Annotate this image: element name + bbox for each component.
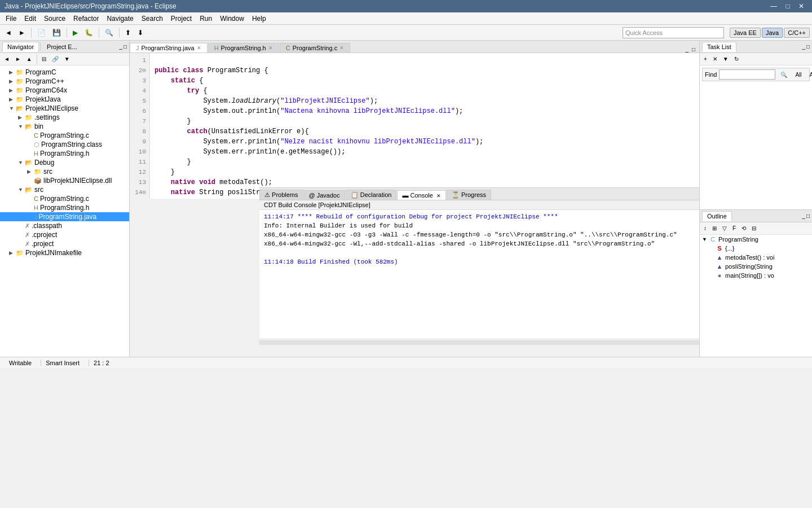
tree-item-src-programstringc[interactable]: C ProgramString.c xyxy=(0,194,129,203)
menu-search[interactable]: Search xyxy=(138,14,166,24)
console-scrollbar[interactable] xyxy=(259,339,699,345)
tb-run[interactable]: ▶ xyxy=(70,27,81,38)
tree-item-bin[interactable]: ▼ 📂 bin xyxy=(0,122,129,131)
task-refresh[interactable]: ↻ xyxy=(731,54,742,64)
find-active-btn[interactable]: Activ... xyxy=(807,70,812,80)
outline-collapse[interactable]: ⊟ xyxy=(749,224,759,233)
task-list-minimize[interactable]: _ xyxy=(802,43,805,50)
tb-search[interactable]: 🔍 xyxy=(102,27,116,38)
find-search-btn[interactable]: 🔍 xyxy=(778,70,790,80)
navigator-tab[interactable]: Navigator xyxy=(2,42,39,52)
editor-tab-h-close[interactable]: ✕ xyxy=(268,45,273,51)
tree-item-settings[interactable]: ▶ 📁 .settings xyxy=(0,113,129,122)
menu-window[interactable]: Window xyxy=(217,14,248,24)
editor-tab-c[interactable]: C ProgramString.c ✕ xyxy=(280,43,350,52)
tb-debug[interactable]: 🐛 xyxy=(82,27,96,38)
close-button[interactable]: ✕ xyxy=(795,2,807,10)
outline-static-block[interactable]: S {...} xyxy=(700,244,812,253)
find-input[interactable] xyxy=(719,69,775,80)
outline-hide-fields[interactable]: F xyxy=(730,224,739,233)
perspective-java[interactable]: Java xyxy=(762,28,783,38)
bottom-tab-javadoc[interactable]: @ Javadoc xyxy=(304,190,345,200)
tree-item-bin-programstringh[interactable]: H ProgramString.h xyxy=(0,149,129,158)
perspective-cpp[interactable]: C/C++ xyxy=(784,28,810,38)
menu-project[interactable]: Project xyxy=(167,14,195,24)
bottom-tab-console[interactable]: ▬ Console ✕ xyxy=(397,190,445,200)
outline-programstring[interactable]: ▼ C ProgramString xyxy=(700,235,812,244)
tb-back[interactable]: ◄ xyxy=(2,27,15,38)
outline-tab[interactable]: Outline xyxy=(702,211,732,221)
menu-edit[interactable]: Edit xyxy=(21,14,39,24)
minimize-button[interactable]: — xyxy=(767,2,780,10)
editor-maximize[interactable]: □ xyxy=(690,46,697,52)
forward-btn[interactable]: ► xyxy=(12,54,24,64)
menu-file[interactable]: File xyxy=(2,14,20,24)
tree-item-projektjava[interactable]: ▶ 📁 ProjektJava xyxy=(0,95,129,104)
editor-tab-c-close[interactable]: ✕ xyxy=(339,45,344,51)
tree-item-bin-programstringclass[interactable]: ⬡ ProgramString.class xyxy=(0,140,129,149)
quick-access-box[interactable]: Quick Access xyxy=(623,27,724,38)
outline-maximize[interactable]: □ xyxy=(806,213,810,219)
menu-refactor[interactable]: Refactor xyxy=(70,14,102,24)
tree-item-bin-programstringc[interactable]: C ProgramString.c xyxy=(0,131,129,140)
tree-item-project[interactable]: ✗ .project xyxy=(0,239,129,248)
menu-help[interactable]: Help xyxy=(249,14,270,24)
tree-item-projektjnimakefile[interactable]: ▶ 📁 ProjektJNImakefile xyxy=(0,248,129,257)
outline-filter[interactable]: ▽ xyxy=(720,224,730,233)
task-options[interactable]: ▼ xyxy=(720,54,731,64)
tb-next-annotation[interactable]: ⬇ xyxy=(135,27,146,38)
tb-new[interactable]: 📄 xyxy=(34,27,48,38)
menu-source[interactable]: Source xyxy=(41,14,69,24)
tree-item-debug[interactable]: ▼ 📂 Debug xyxy=(0,158,129,167)
tree-item-src[interactable]: ▼ 📂 src xyxy=(0,185,129,194)
editor-tab-java[interactable]: J ProgramString.java ✕ xyxy=(130,43,208,52)
back-btn[interactable]: ◄ xyxy=(1,54,12,64)
editor-minimize[interactable]: _ xyxy=(683,46,690,52)
tree-item-programc64x[interactable]: ▶ 📁 ProgramC64x xyxy=(0,86,129,95)
tree-item-programc[interactable]: ▶ 📁 ProgramC xyxy=(0,68,129,77)
collapse-btn[interactable]: ⊟ xyxy=(39,54,49,64)
tree-item-projektjnieclipse[interactable]: ▼ 📂 ProjektJNIEclipse xyxy=(0,104,129,113)
menu-run[interactable]: Run xyxy=(196,14,215,24)
editor-tab-h[interactable]: H ProgramString.h ✕ xyxy=(208,43,279,52)
outline-metodatest[interactable]: ▲ metodaTest() : voi xyxy=(700,253,812,262)
tree-item-classpath[interactable]: ✗ .classpath xyxy=(0,221,129,230)
perspective-javaee[interactable]: Java EE xyxy=(730,28,761,38)
up-btn[interactable]: ▲ xyxy=(24,54,35,64)
outline-poslistring[interactable]: ▲ posliString(String xyxy=(700,262,812,271)
tree-item-dll[interactable]: 📦 libProjektJNIEclipse.dll xyxy=(0,176,129,185)
console-tab-close[interactable]: ✕ xyxy=(436,193,441,199)
find-all-btn[interactable]: All xyxy=(792,70,804,80)
tb-prev-annotation[interactable]: ⬆ xyxy=(122,27,134,38)
code-content[interactable]: public class ProgramString { static { tr… xyxy=(150,53,699,199)
menu-navigate[interactable]: Navigate xyxy=(103,14,136,24)
outline-main[interactable]: ● main(String[]) : vo xyxy=(700,271,812,280)
task-delete[interactable]: ✕ xyxy=(710,54,720,64)
tree-item-cproject[interactable]: ✗ .cproject xyxy=(0,230,129,239)
link-btn[interactable]: 🔗 xyxy=(49,54,61,64)
bottom-tab-declaration[interactable]: 📋 Declaration xyxy=(346,190,397,200)
task-list-tab[interactable]: Task List xyxy=(702,42,736,52)
tb-save[interactable]: 💾 xyxy=(50,27,64,38)
tb-forward[interactable]: ► xyxy=(16,27,28,38)
maximize-button[interactable]: □ xyxy=(782,2,793,10)
menu-btn[interactable]: ▼ xyxy=(61,54,73,64)
left-panel-minimize[interactable]: _ xyxy=(119,43,122,50)
project-explorer-tab[interactable]: Project E... xyxy=(42,42,82,52)
outline-sort[interactable]: ↕ xyxy=(701,224,709,233)
tree-item-src-programstringh[interactable]: H ProgramString.h xyxy=(0,203,129,212)
editor-tab-java-close[interactable]: ✕ xyxy=(197,45,201,51)
outline-sync[interactable]: ⟲ xyxy=(739,224,749,233)
left-panel-maximize[interactable]: □ xyxy=(123,43,127,50)
file-x-icon: ✗ xyxy=(25,222,30,230)
bottom-tab-problems[interactable]: ⚠ Problems xyxy=(259,190,303,200)
left-panel: Navigator Project E... _ □ ◄ ► ▲ ⊟ 🔗 ▼ ▶… xyxy=(0,41,130,357)
tree-item-debug-src[interactable]: ▶ 📁 src xyxy=(0,167,129,176)
tree-item-src-programstringjava[interactable]: J ProgramString.java xyxy=(0,212,129,221)
outline-minimize[interactable]: _ xyxy=(802,213,805,219)
bottom-tab-progress[interactable]: ⏳ Progress xyxy=(447,190,491,200)
task-list-maximize[interactable]: □ xyxy=(806,43,810,50)
outline-group[interactable]: ⊞ xyxy=(709,224,720,233)
task-new[interactable]: + xyxy=(701,54,710,64)
tree-item-programcpp[interactable]: ▶ 📁 ProgramC++ xyxy=(0,77,129,86)
